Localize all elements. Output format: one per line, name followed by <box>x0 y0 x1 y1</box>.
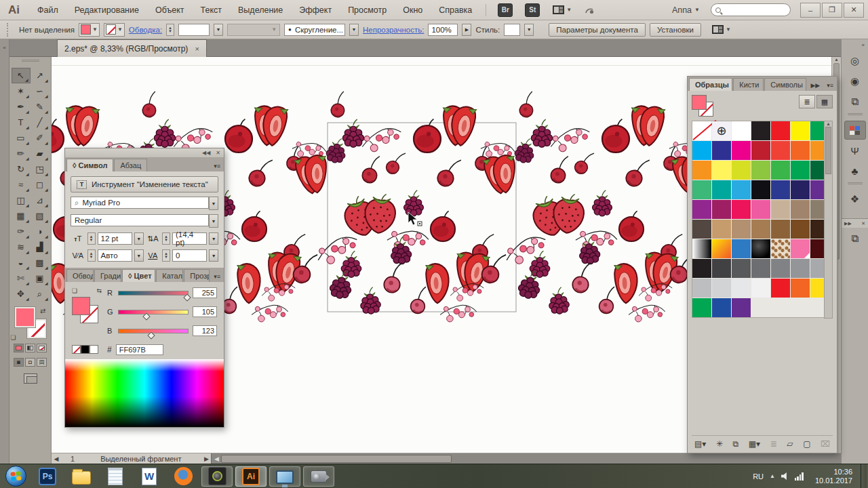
swatch-1-3[interactable] <box>751 141 770 160</box>
style-variable-dropdown[interactable]: ●Скругление... <box>284 24 345 36</box>
bridge-button[interactable]: Br <box>498 3 513 17</box>
swatch-4-5[interactable] <box>791 200 810 219</box>
magic-wand-tool[interactable]: ✶◢ <box>12 83 31 99</box>
tab-paragraph[interactable]: Абзац <box>114 159 147 171</box>
drag-grip[interactable] <box>7 23 11 37</box>
artboard-tool[interactable]: ▣◢ <box>31 270 50 286</box>
live-paint-selection-tool[interactable]: ▩◢ <box>31 255 50 270</box>
stroke-weight-field[interactable] <box>178 24 210 36</box>
fill-stroke-mini-icon[interactable]: ❏ <box>72 287 77 294</box>
swatch-8-5[interactable] <box>791 279 810 298</box>
current-swatch-proxy[interactable] <box>692 95 717 118</box>
swatch-0-2[interactable] <box>732 121 751 140</box>
tab-swatches[interactable]: Образцы <box>689 78 732 91</box>
prev-artboard-icon[interactable]: ◀ <box>52 455 61 462</box>
font-size-field[interactable]: 12 pt <box>98 232 132 245</box>
tracking-dropdown[interactable]: ▼ <box>209 249 218 262</box>
graphic-style-dropdown[interactable]: ▼ <box>524 24 534 36</box>
swatch-7-1[interactable] <box>712 259 731 278</box>
search-input[interactable] <box>711 3 791 16</box>
type-tool[interactable]: T◢ <box>12 115 31 130</box>
swatch-4-4[interactable] <box>771 200 790 219</box>
opacity-dropdown[interactable]: ▶ <box>462 24 471 36</box>
user-menu[interactable]: Anna <box>672 5 692 15</box>
taskbar-word-button[interactable]: W <box>134 466 165 487</box>
eyedropper-tool[interactable]: ✑◢ <box>12 224 31 239</box>
swatch-3-4[interactable] <box>771 180 790 199</box>
dock-grip[interactable] <box>848 113 863 119</box>
swatch-7-4[interactable] <box>771 259 790 278</box>
fill-color-button[interactable]: ▼ <box>79 23 100 37</box>
swatch-5-3[interactable] <box>751 220 770 239</box>
gradient-mode-button[interactable] <box>25 344 35 352</box>
lasso-tool[interactable]: ∽◢ <box>31 83 50 99</box>
layers-panel-icon[interactable]: ❖ <box>844 190 866 209</box>
leading-dropdown[interactable]: ▼ <box>209 232 218 245</box>
b-value-field[interactable]: 123 <box>193 325 217 336</box>
swatch-0-5[interactable] <box>791 121 810 140</box>
fill-stroke-proxy[interactable]: ⇄ ❏ <box>15 307 46 338</box>
swatch-9-2[interactable] <box>732 298 751 317</box>
live-paint-bucket-tool[interactable]: ◒◢ <box>12 255 31 270</box>
swatch-1-1[interactable] <box>712 141 731 160</box>
swatch-2-2[interactable] <box>732 161 751 180</box>
zoom-tool[interactable]: ⌕◢ <box>31 286 50 302</box>
new-color-group-icon[interactable]: ▱ <box>787 439 793 449</box>
g-slider[interactable] <box>118 310 189 314</box>
stock-button[interactable]: St <box>525 3 540 17</box>
tracking-stepper[interactable]: ▲▼ <box>162 249 170 262</box>
swap-fill-stroke-icon[interactable]: ⇄ <box>40 307 45 314</box>
swatch-6-2[interactable] <box>732 239 751 258</box>
taskbar-recorder-app-button[interactable] <box>303 466 334 487</box>
tab-symbols[interactable]: Символы <box>764 78 806 91</box>
scale-tool[interactable]: ◳◢ <box>31 161 50 177</box>
swatch-5-2[interactable] <box>732 220 751 239</box>
taskbar-illustrator-button[interactable]: Ai <box>235 466 267 487</box>
menu-0[interactable]: Файл <box>29 5 66 15</box>
font-family-field[interactable]: ⌕Myriad Pro <box>71 197 209 209</box>
free-transform-tool[interactable]: ◻◢ <box>31 177 50 192</box>
blend-tool[interactable]: ◑◢ <box>31 224 50 239</box>
tab-stroke[interactable]: Обвод <box>66 269 94 282</box>
swatch-7-3[interactable] <box>751 259 770 278</box>
leading-field[interactable]: (14,4 pt) <box>172 232 207 245</box>
taskbar-display-app-button[interactable] <box>269 466 300 487</box>
swatch-2-4[interactable] <box>771 161 790 180</box>
leading-stepper[interactable]: ▲▼ <box>162 232 170 245</box>
tab-brushes[interactable]: Кисти <box>733 78 764 91</box>
kuler-panel-icon[interactable]: ◎ <box>844 52 866 70</box>
tab-character[interactable]: ◊ Символ <box>66 159 113 171</box>
close-button[interactable]: ✕ <box>844 3 864 18</box>
swatch-6-1[interactable] <box>712 239 731 258</box>
r-value-field[interactable]: 255 <box>193 287 217 298</box>
list-view-button[interactable]: ≣ <box>799 95 815 108</box>
swatch-3-1[interactable] <box>712 180 731 199</box>
panel-group-header[interactable]: ◀◀✕ <box>65 148 224 157</box>
swatch-9-0[interactable] <box>692 298 711 317</box>
clock[interactable]: 10:36 10.01.2017 <box>810 468 858 485</box>
swatch-4-3[interactable] <box>751 200 770 219</box>
tab-catalog[interactable]: Катал <box>156 269 183 282</box>
expand-icon[interactable]: ▶▶ <box>807 82 823 91</box>
swatch-5-5[interactable] <box>791 220 810 239</box>
panel-menu-icon[interactable]: ▾≡ <box>823 82 837 91</box>
none-black-white-swatches[interactable] <box>72 345 98 354</box>
hex-field[interactable]: FF697B <box>116 344 163 355</box>
swatch-0-0[interactable] <box>692 121 711 140</box>
swatch-2-5[interactable] <box>791 161 810 180</box>
swatch-7-2[interactable] <box>732 259 751 278</box>
draw-inside-button[interactable]: 回 <box>37 358 47 367</box>
knife-tool[interactable]: ✄◢ <box>12 270 31 286</box>
taskbar-photoshop-button[interactable]: Ps <box>32 466 63 487</box>
swatch-libraries-icon[interactable]: ▤▾ <box>694 439 706 449</box>
symbol-sprayer-tool[interactable]: ≋◢ <box>12 239 31 255</box>
menu-6[interactable]: Просмотр <box>340 5 395 15</box>
horizontal-scrollbar[interactable]: ◀ <box>211 453 841 464</box>
corner-dropdown[interactable]: ▼ <box>349 24 359 36</box>
screen-mode-button[interactable] <box>24 373 37 384</box>
g-value-field[interactable]: 105 <box>193 306 217 317</box>
tab-gradient[interactable]: Гради <box>94 269 121 282</box>
color-spectrum[interactable] <box>65 359 224 427</box>
swatch-2-1[interactable] <box>712 161 731 180</box>
preferences-button[interactable]: Установки <box>650 23 701 37</box>
